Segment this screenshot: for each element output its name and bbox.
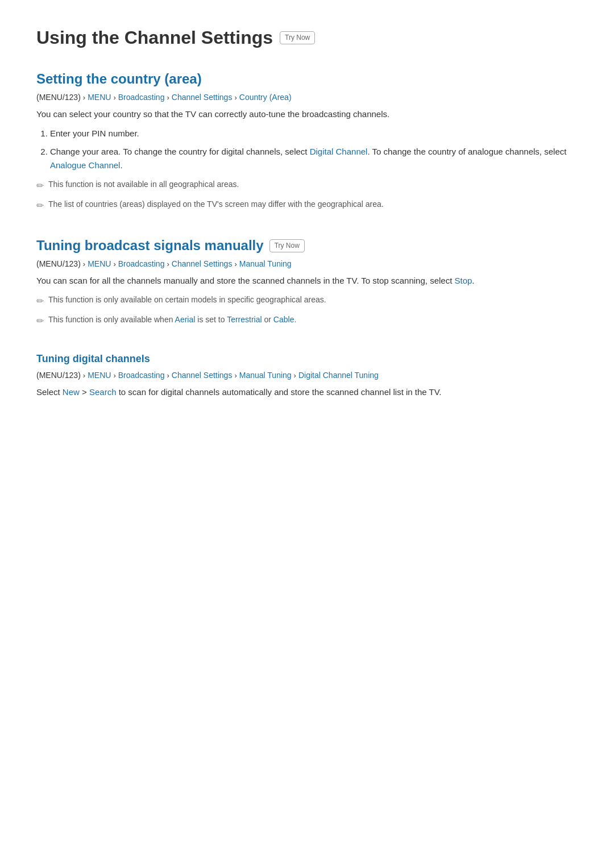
breadcrumb-broadcasting[interactable]: Broadcasting — [118, 371, 165, 380]
section-manual-tuning: Tuning broadcast signals manually Try No… — [36, 238, 578, 328]
try-now-badge[interactable]: Try Now — [280, 31, 315, 44]
analogue-channel-link[interactable]: Analogue Channel — [50, 160, 120, 170]
breadcrumb-menu[interactable]: MENU — [88, 93, 111, 102]
breadcrumb-arrow: › — [167, 260, 169, 268]
page-title-text: Using the Channel Settings — [36, 27, 273, 48]
breadcrumb-channel-settings[interactable]: Channel Settings — [172, 93, 233, 102]
aerial-link[interactable]: Aerial — [175, 315, 196, 324]
breadcrumb-broadcasting[interactable]: Broadcasting — [118, 93, 165, 102]
stop-link[interactable]: Stop — [454, 276, 472, 285]
search-link[interactable]: Search — [89, 387, 117, 397]
breadcrumb-manual-tuning[interactable]: Manual Tuning — [239, 371, 292, 380]
pencil-icon: ✏ — [36, 314, 44, 329]
breadcrumb-arrow: › — [113, 260, 115, 268]
step-1: Enter your PIN number. — [50, 127, 578, 140]
section3-title: Tuning digital channels — [36, 353, 578, 365]
breadcrumb-arrow: › — [167, 93, 169, 102]
note2-text: This function is only available when Aer… — [48, 313, 296, 326]
breadcrumb-channel-settings[interactable]: Channel Settings — [172, 259, 233, 268]
breadcrumb-arrow: › — [294, 371, 296, 380]
section1-title: Setting the country (area) — [36, 71, 578, 87]
note1-text: This function is not available in all ge… — [48, 178, 239, 190]
section1-breadcrumb: (MENU/123) › MENU › Broadcasting › Chann… — [36, 93, 578, 102]
note1-text: This function is only available on certa… — [48, 293, 326, 306]
breadcrumb-digital-channel-tuning[interactable]: Digital Channel Tuning — [298, 371, 379, 380]
step-2: Change your area. To change the country … — [50, 145, 578, 172]
pencil-icon: ✏ — [36, 178, 44, 193]
section-country-area: Setting the country (area) (MENU/123) › … — [36, 71, 578, 213]
section1-note2: ✏ The list of countries (areas) displaye… — [36, 198, 578, 213]
breadcrumb-arrow: › — [83, 371, 85, 380]
pencil-icon: ✏ — [36, 294, 44, 309]
section3-body: Select New > Search to scan for digital … — [36, 385, 578, 399]
section-digital-channels: Tuning digital channels (MENU/123) › MEN… — [36, 353, 578, 399]
section2-note2: ✏ This function is only available when A… — [36, 313, 578, 329]
breadcrumb-menu123: (MENU/123) — [36, 259, 81, 268]
section2-note1: ✏ This function is only available on cer… — [36, 293, 578, 309]
note2-text: The list of countries (areas) displayed … — [48, 198, 384, 210]
section1-note1: ✏ This function is not available in all … — [36, 178, 578, 193]
breadcrumb-arrow: › — [234, 371, 237, 380]
breadcrumb-arrow: › — [83, 93, 85, 102]
new-link[interactable]: New — [63, 387, 80, 397]
section2-try-now-badge[interactable]: Try Now — [269, 239, 305, 252]
breadcrumb-arrow: › — [234, 260, 237, 268]
section1-steps: Enter your PIN number. Change your area.… — [50, 127, 578, 172]
breadcrumb-country-area[interactable]: Country (Area) — [239, 93, 292, 102]
breadcrumb-arrow: › — [113, 371, 115, 380]
breadcrumb-arrow: › — [113, 93, 115, 102]
breadcrumb-menu123: (MENU/123) — [36, 93, 81, 102]
breadcrumb-arrow: › — [234, 93, 237, 102]
breadcrumb-broadcasting[interactable]: Broadcasting — [118, 259, 165, 268]
terrestrial-link[interactable]: Terrestrial — [227, 315, 262, 324]
section2-body: You can scan for all the channels manual… — [36, 274, 578, 288]
digital-channel-link[interactable]: Digital Channel — [310, 147, 368, 156]
pencil-icon: ✏ — [36, 198, 44, 213]
section1-body: You can select your country so that the … — [36, 107, 578, 121]
breadcrumb-arrow: › — [167, 371, 169, 380]
page-title: Using the Channel Settings Try Now — [36, 27, 578, 48]
section2-breadcrumb: (MENU/123) › MENU › Broadcasting › Chann… — [36, 259, 578, 268]
breadcrumb-menu[interactable]: MENU — [88, 371, 111, 380]
breadcrumb-manual-tuning[interactable]: Manual Tuning — [239, 259, 292, 268]
section3-breadcrumb: (MENU/123) › MENU › Broadcasting › Chann… — [36, 371, 578, 380]
breadcrumb-arrow: › — [83, 260, 85, 268]
breadcrumb-menu123: (MENU/123) — [36, 371, 81, 380]
section2-title: Tuning broadcast signals manually Try No… — [36, 238, 578, 254]
cable-link[interactable]: Cable — [273, 315, 294, 324]
breadcrumb-menu[interactable]: MENU — [88, 259, 111, 268]
breadcrumb-channel-settings[interactable]: Channel Settings — [172, 371, 233, 380]
